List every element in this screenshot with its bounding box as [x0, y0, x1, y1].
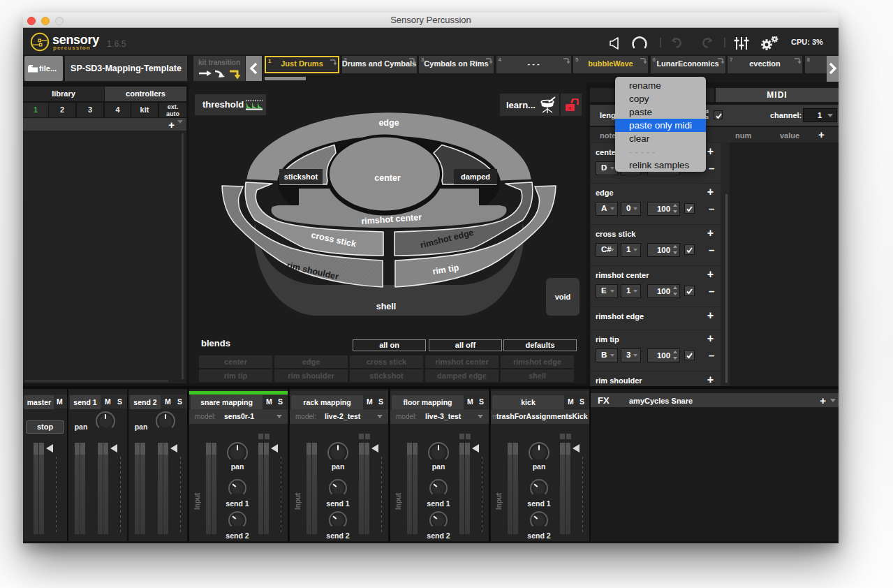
svg-text:edge: edge: [378, 118, 399, 128]
svg-text:center: center: [374, 173, 401, 183]
svg-text:damped: damped: [461, 172, 490, 181]
svg-text:shell: shell: [376, 302, 397, 311]
svg-text:stickshot: stickshot: [284, 172, 318, 181]
